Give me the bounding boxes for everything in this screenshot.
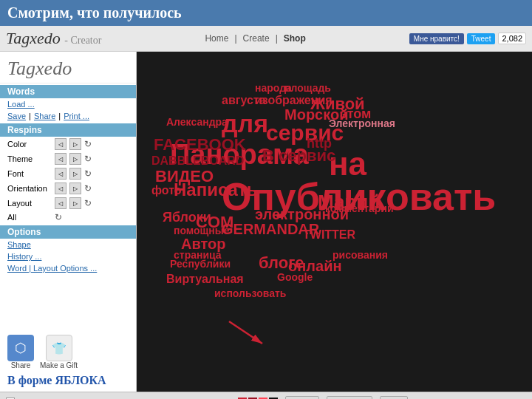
word-cloud-word: FACEBOOK — [154, 137, 246, 153]
sidebar-print[interactable]: Print ... — [64, 112, 89, 120]
theme-refresh-icon[interactable]: ↻ — [84, 154, 92, 164]
layout-icon-2[interactable]: ▷ — [69, 197, 81, 209]
sidebar-item-word-layout[interactable]: Word | Layout Options ... — [0, 262, 136, 274]
sidebar-orientation-label: Orientation — [7, 184, 52, 193]
layout-refresh-icon[interactable]: ↻ — [84, 198, 92, 208]
word-cloud-word: изображения — [255, 95, 332, 106]
font-icon-1[interactable]: ◁ — [55, 168, 66, 180]
sidebar-layout-label: Layout — [7, 199, 52, 208]
share-label: Share — [11, 361, 31, 369]
orientation-icon-1[interactable]: ◁ — [55, 183, 66, 194]
social-count: 2,082 — [498, 33, 526, 44]
wordcloud-canvas: ОпубликоватьПанорамасервисдлянаэлектронн… — [137, 52, 532, 392]
word-cloud-word: Google — [277, 272, 313, 282]
sidebar-all-label: All — [7, 213, 52, 222]
make-gift-button[interactable]: 👕 Make a Gift — [40, 335, 78, 369]
word-cloud-word: Александра — [166, 117, 228, 127]
font-icon-2[interactable]: ▷ — [69, 168, 81, 180]
sidebar-item-shape[interactable]: Shape — [0, 239, 136, 250]
theme-icon-2[interactable]: ▷ — [69, 153, 81, 165]
sidebar-item-load[interactable]: Load ... — [0, 98, 136, 110]
slide-title: Смотрим, что получилось — [0, 0, 532, 26]
main-content: Tagxedo Words Load ... Save | Share | Pr… — [0, 52, 532, 392]
sidebar: Tagxedo Words Load ... Save | Share | Pr… — [0, 52, 137, 392]
show-it-button[interactable]: Show it — [285, 396, 319, 400]
sidebar-save[interactable]: Save — [7, 112, 26, 120]
word-cloud-word: фото — [151, 185, 182, 197]
sidebar-logo: Tagxedo — [0, 52, 136, 83]
word-cloud-word: http — [307, 137, 332, 150]
sidebar-section-respins: Respins — [0, 123, 136, 137]
browser-logo: Tagxedo - Creator — [6, 29, 101, 48]
word-cloud-word: страница — [174, 250, 222, 260]
browser-bar: Tagxedo - Creator Home | Create | Shop М… — [0, 26, 532, 52]
word-cloud-word: использовать — [214, 288, 286, 299]
word-cloud-word: DABBLEBOARD — [151, 155, 244, 167]
theme-icon-1[interactable]: ◁ — [55, 153, 66, 165]
orientation-refresh-icon[interactable]: ↻ — [84, 183, 92, 194]
nav-create[interactable]: Create — [243, 33, 270, 44]
all-refresh-icon[interactable]: ↻ — [55, 212, 62, 222]
sidebar-all-row: All ↻ — [0, 211, 136, 224]
arrow-overlay — [225, 318, 270, 347]
sidebar-font-label: Font — [7, 169, 52, 178]
word-cloud-word: рисования — [332, 250, 388, 260]
svg-line-1 — [229, 321, 262, 344]
sidebar-color-label: Color — [7, 140, 52, 149]
word-cloud-word: ВИДЕО — [155, 168, 214, 185]
logo-creator: Creator — [70, 35, 101, 46]
layout-icon-1[interactable]: ◁ — [55, 197, 66, 209]
word-cloud-word: Электронная — [329, 118, 395, 129]
word-cloud-word: для — [222, 111, 268, 136]
facebook-button[interactable]: Мне нравитс! — [409, 33, 464, 44]
share-icon: ⬡ — [7, 335, 34, 361]
sidebar-section-options: Options — [0, 225, 136, 239]
sidebar-section-words: Words — [0, 85, 136, 98]
word-cloud-word: Яблоки — [163, 211, 211, 224]
word-cloud-word: августа — [222, 95, 266, 106]
sidebar-layout-row: Layout ◁ ▷ ↻ — [0, 196, 136, 211]
logo-tagxedo: Tagxedo — [6, 29, 61, 47]
color-icon-2[interactable]: ▷ — [69, 138, 81, 150]
sidebar-orientation-row: Orientation ◁ ▷ ↻ — [0, 181, 136, 196]
share-button[interactable]: ⬡ Share — [7, 335, 34, 369]
color-icon-1[interactable]: ◁ — [55, 138, 66, 150]
word-cloud-word: TWITTER — [303, 229, 355, 241]
status-bar: Apple (10x11) Any Orientation SF SLAPSTI… — [0, 392, 532, 399]
nav-home[interactable]: Home — [205, 33, 228, 44]
gift-label: Make a Gift — [40, 361, 78, 369]
nav-links: Home | Create | Shop — [205, 33, 305, 44]
word-cloud-word: Виртуальная — [166, 273, 244, 285]
color-refresh-icon[interactable]: ↻ — [84, 139, 92, 149]
slide-title-text: Смотрим, что получилось — [7, 4, 182, 21]
bottom-buttons: ⬡ Share 👕 Make a Gift — [7, 335, 78, 369]
sidebar-item-history[interactable]: History ... — [0, 250, 136, 262]
gift-icon: 👕 — [46, 335, 72, 361]
sidebar-color-row: Color ◁ ▷ ↻ — [0, 137, 136, 151]
zoom-button[interactable]: Zoom — [380, 396, 408, 400]
word-cloud-word: комментарий — [325, 203, 394, 214]
wordcloud-container: ОпубликоватьПанорамасервисдлянаэлектронн… — [137, 52, 532, 392]
nav-shop[interactable]: Shop — [284, 33, 306, 44]
orientation-icon-2[interactable]: ▷ — [69, 183, 81, 194]
font-refresh-icon[interactable]: ↻ — [84, 168, 92, 179]
word-cloud-word: помощные — [174, 225, 230, 236]
sidebar-save-share-print: Save | Share | Print ... — [0, 110, 136, 122]
sidebar-theme-row: Theme ◁ ▷ ↻ — [0, 151, 136, 166]
sidebar-font-row: Font ◁ ▷ ↻ — [0, 166, 136, 181]
sidebar-theme-label: Theme — [7, 154, 52, 163]
word-cloud-word: народа — [255, 83, 292, 93]
bottom-caption: В форме ЯБЛОКА — [7, 374, 106, 387]
tweet-button[interactable]: Tweet — [467, 33, 496, 44]
fullscreen-button[interactable]: FullScreen — [327, 396, 373, 400]
social-bar: Мне нравитс! Tweet 2,082 — [409, 33, 526, 44]
sidebar-share-link[interactable]: Share — [34, 112, 55, 120]
